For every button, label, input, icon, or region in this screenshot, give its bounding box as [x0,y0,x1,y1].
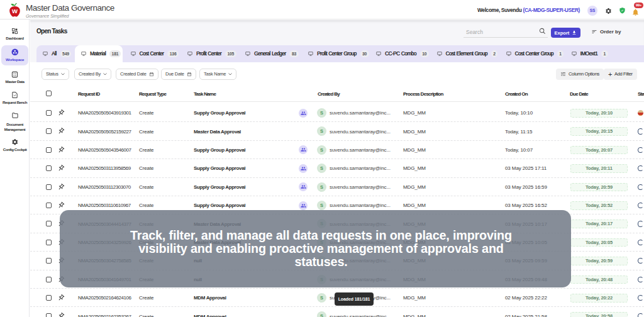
svg-text:W: W [12,8,18,14]
